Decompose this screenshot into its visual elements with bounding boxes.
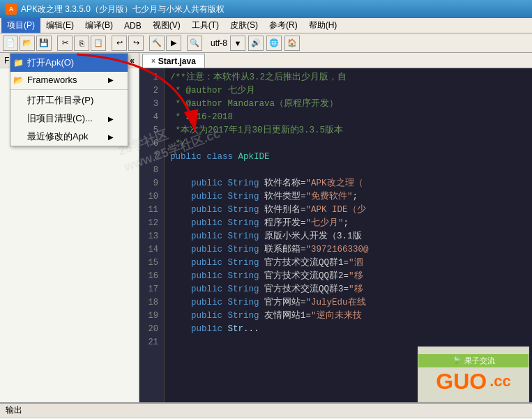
toolbar-build[interactable]: 🔨 [149, 36, 165, 51]
menu-skin[interactable]: 皮肤(S) [225, 18, 264, 33]
dropdown-recent-label: 最近修改的Apk [27, 130, 88, 143]
recent-arrow: ▶ [108, 133, 114, 141]
output-header: 输出 [0, 404, 532, 418]
toolbar-new[interactable]: 📄 [3, 36, 18, 51]
toolbar-open[interactable]: 📂 [20, 36, 35, 51]
old-clean-arrow: ▶ [108, 115, 114, 123]
dropdown-sep1 [10, 89, 128, 90]
dropdown-old-clean-label: 旧项目清理(C)... [27, 112, 93, 125]
toolbar-paste[interactable]: 📋 [91, 36, 106, 51]
toolbar-cut[interactable]: ✂ [57, 36, 73, 51]
menu-help[interactable]: 帮助(H) [303, 18, 343, 33]
tab-bar: × Start.java [139, 53, 532, 68]
menu-edit[interactable]: 编辑(E) [40, 18, 79, 33]
menu-adb[interactable]: ADB [119, 18, 147, 33]
open-apk-icon: 📁 [13, 58, 24, 68]
dropdown-menu: 📁 打开Apk(O) 📂 Frameworks ▶ 打开工作目录(P) 旧项目清… [10, 53, 128, 146]
tab-label: Start.java [158, 56, 196, 66]
encoding-dropdown[interactable]: ▼ [230, 36, 245, 51]
line-numbers: 12345 678910 1112131415 1617181920 21 [139, 68, 165, 402]
logo-guo-text: GUO [436, 370, 487, 393]
logo-leaf-icon: 🍃 [452, 356, 462, 365]
menu-project[interactable]: 项目(P) [1, 18, 40, 33]
encoding-selector: utf-8 ▼ 🔊 🌐 🏠 [211, 36, 300, 51]
output-panel: 输出 🗑 ⎘ [0, 402, 532, 419]
logo-top-bar: 🍃 果子交流 [418, 354, 529, 367]
menu-tools[interactable]: 工具(T) [186, 18, 225, 33]
web-btn[interactable]: 🌐 [266, 36, 282, 51]
frameworks-icon: 📂 [13, 75, 24, 85]
dropdown-recent[interactable]: 最近修改的Apk ▶ [10, 128, 128, 146]
logo-overlay: 🍃 果子交流 GUO .cc [418, 346, 529, 402]
tab-close-btn[interactable]: × [151, 57, 155, 65]
title-bar: A APK改之理 3.3.5.0（少月版）七少月与小米人共有版权 [0, 0, 532, 18]
output-title: 输出 [6, 404, 22, 416]
sound-btn[interactable]: 🔊 [248, 36, 264, 51]
dropdown-open-apk[interactable]: 📁 打开Apk(O) [10, 54, 128, 72]
toolbar-run[interactable]: ▶ [166, 36, 181, 51]
sidebar-collapse-btn[interactable]: « [130, 56, 135, 66]
menu-bar: 项目(P) 编辑(E) 编译(B) ADB 视图(V) 工具(T) 皮肤(S) … [0, 18, 532, 33]
menu-view[interactable]: 视图(V) [147, 18, 186, 33]
logo-main: GUO .cc [433, 367, 513, 395]
app-title: APK改之理 3.3.5.0（少月版）七少月与小米人共有版权 [21, 3, 225, 15]
toolbar-save[interactable]: 💾 [36, 36, 52, 51]
logo-top-text: 果子交流 [464, 356, 495, 365]
app-icon: A [6, 3, 17, 15]
toolbar-redo[interactable]: ↪ [128, 36, 144, 51]
frameworks-arrow: ▶ [108, 76, 114, 84]
encoding-label: utf-8 [211, 38, 227, 48]
tab-start-java[interactable]: × Start.java [142, 54, 205, 68]
dropdown-frameworks-label: Frameworks [27, 75, 77, 85]
dropdown-frameworks[interactable]: 📂 Frameworks ▶ [10, 72, 128, 88]
toolbar-search[interactable]: 🔍 [187, 36, 202, 51]
home-btn[interactable]: 🏠 [284, 36, 300, 51]
toolbar: 📄 📂 💾 ✂ ⎘ 📋 ↩ ↪ 🔨 ▶ 🔍 utf-8 ▼ 🔊 🌐 🏠 [0, 33, 532, 53]
menu-compile[interactable]: 编译(B) [79, 18, 119, 33]
menu-ref[interactable]: 参考(R) [264, 18, 303, 33]
dropdown-old-clean[interactable]: 旧项目清理(C)... ▶ [10, 109, 128, 128]
logo-cc-text: .cc [489, 372, 511, 390]
dropdown-open-dir[interactable]: 打开工作目录(P) [10, 91, 128, 109]
dropdown-open-apk-label: 打开Apk(O) [27, 56, 74, 69]
dropdown-open-dir-label: 打开工作目录(P) [27, 94, 93, 107]
toolbar-copy[interactable]: ⎘ [74, 36, 89, 51]
toolbar-undo[interactable]: ↩ [112, 36, 127, 51]
